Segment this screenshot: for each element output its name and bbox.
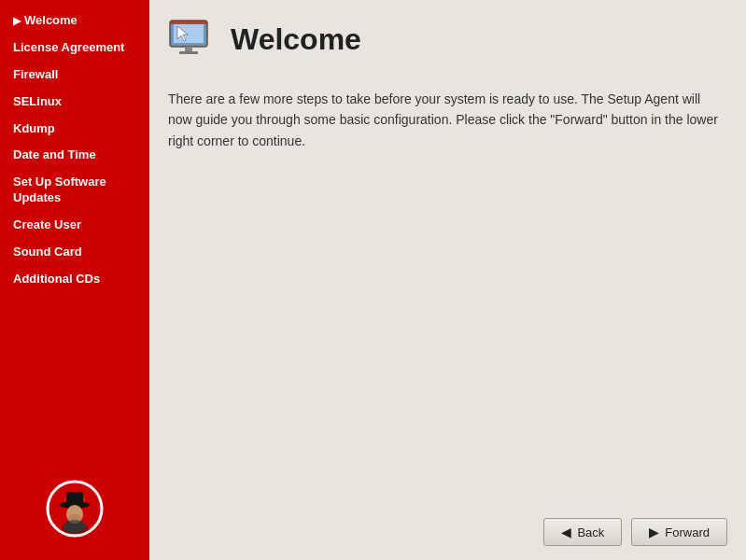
redhat-logo-icon xyxy=(46,480,104,538)
sidebar-item-selinux[interactable]: SELinux xyxy=(0,89,149,116)
back-button[interactable]: ◀ Back xyxy=(543,518,622,546)
sidebar-item-firewall[interactable]: Firewall xyxy=(0,62,149,89)
arrow-icon: ▶ xyxy=(13,14,21,27)
sidebar-item-license[interactable]: License Agreement xyxy=(0,35,149,62)
sidebar-label-software-updates: Set Up Software Updates xyxy=(13,175,140,206)
sidebar-item-create-user[interactable]: Create User xyxy=(0,212,149,239)
back-button-label: Back xyxy=(577,525,604,539)
sidebar-label-welcome: Welcome xyxy=(24,13,77,29)
svg-rect-13 xyxy=(179,51,198,54)
sidebar-item-kdump[interactable]: Kdump xyxy=(0,116,149,143)
forward-button-label: Forward xyxy=(665,525,710,539)
sidebar-item-additional-cds[interactable]: Additional CDs xyxy=(0,266,149,293)
svg-point-7 xyxy=(68,514,81,524)
sidebar-label-kdump: Kdump xyxy=(13,121,55,137)
content-area: Welcome There are a few more steps to ta… xyxy=(149,0,746,560)
back-icon: ◀ xyxy=(561,525,571,539)
welcome-icon xyxy=(168,19,217,61)
content-body: There are a few more steps to take befor… xyxy=(149,79,746,504)
sidebar-label-sound-card: Sound Card xyxy=(13,245,82,260)
sidebar: ▶ Welcome License Agreement Firewall SEL… xyxy=(0,0,149,560)
sidebar-item-sound-card[interactable]: Sound Card xyxy=(0,239,149,266)
welcome-text: There are a few more steps to take befor… xyxy=(168,89,723,151)
sidebar-item-datetime[interactable]: Date and Time xyxy=(0,142,149,169)
content-footer: ◀ Back ▶ Forward xyxy=(149,504,746,560)
sidebar-label-selinux: SELinux xyxy=(13,94,62,110)
sidebar-label-datetime: Date and Time xyxy=(13,147,96,163)
sidebar-label-create-user: Create User xyxy=(13,217,81,233)
sidebar-label-additional-cds: Additional CDs xyxy=(13,272,100,287)
forward-icon: ▶ xyxy=(649,525,659,539)
page-title: Welcome xyxy=(231,22,361,57)
sidebar-label-license: License Agreement xyxy=(13,40,124,56)
svg-rect-3 xyxy=(66,492,83,506)
sidebar-label-firewall: Firewall xyxy=(13,67,58,83)
main-container: ▶ Welcome License Agreement Firewall SEL… xyxy=(0,0,746,560)
sidebar-logo xyxy=(46,480,104,541)
forward-button[interactable]: ▶ Forward xyxy=(631,518,727,546)
sidebar-item-welcome[interactable]: ▶ Welcome xyxy=(0,7,149,35)
svg-rect-14 xyxy=(170,21,207,24)
sidebar-nav: ▶ Welcome License Agreement Firewall SEL… xyxy=(0,0,149,293)
sidebar-item-software-updates[interactable]: Set Up Software Updates xyxy=(0,169,149,212)
content-header: Welcome xyxy=(149,0,746,79)
